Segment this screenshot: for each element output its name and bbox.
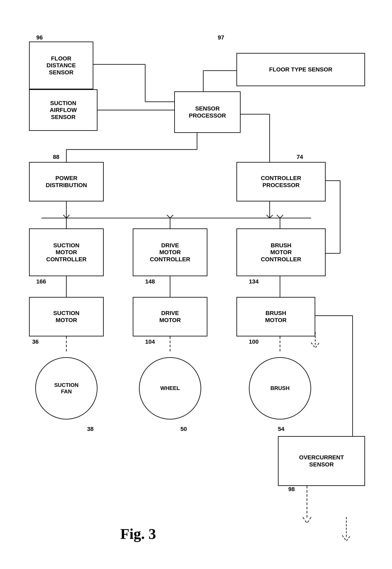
suction-motor-controller-label: SUCTIONMOTORCONTROLLER [46, 242, 86, 263]
drive-motor-controller-label: DRIVEMOTORCONTROLLER [150, 242, 190, 263]
drive-motor-label: DRIVEMOTOR [159, 310, 181, 324]
brush-motor-label: BRUSHMOTOR [265, 310, 287, 324]
floor-distance-sensor-box: FLOORDISTANCESENSOR [29, 42, 93, 89]
floor-type-sensor-label: FLOOR TYPE SENSOR [269, 66, 333, 73]
ref-38: 38 [87, 426, 94, 432]
ref-74: 74 [297, 154, 303, 160]
ref-88: 88 [53, 154, 59, 160]
floor-type-sensor-box: FLOOR TYPE SENSOR [237, 53, 365, 86]
wheel-label: WHEEL [160, 385, 180, 391]
suction-airflow-sensor-box: SUCTIONAIRFLOWSENSOR [29, 89, 98, 131]
suction-motor-controller-box: SUCTIONMOTORCONTROLLER [29, 228, 104, 276]
power-distribution-box: POWERDISTRIBUTION [29, 162, 104, 201]
diagram: 96 97 94 90 88 74 166 148 134 36 104 100… [0, 0, 392, 569]
dashed-arrow-brush [307, 332, 332, 357]
floor-distance-sensor-label: FLOORDISTANCESENSOR [46, 55, 76, 76]
overcurrent-sensor-box: OVERCURRENTSENSOR [278, 436, 365, 486]
controller-processor-box: CONTROLLERPROCESSOR [237, 162, 326, 201]
dashed-arrow-bottom [338, 517, 363, 550]
drive-motor-controller-box: DRIVEMOTORCONTROLLER [133, 228, 207, 276]
ref-98: 98 [288, 486, 295, 493]
wheel-circle: WHEEL [139, 357, 201, 419]
suction-fan-circle: SUCTIONFAN [35, 357, 98, 419]
sensor-processor-box: SENSORPROCESSOR [174, 91, 241, 133]
brush-circle: BRUSH [249, 357, 311, 419]
suction-motor-label: SUCTIONMOTOR [53, 310, 79, 324]
ref-134: 134 [249, 278, 259, 285]
ref-104: 104 [145, 339, 155, 345]
ref-166: 166 [36, 278, 46, 285]
brush-motor-box: BRUSHMOTOR [237, 297, 315, 336]
sensor-processor-label: SENSORPROCESSOR [189, 105, 226, 119]
ref-100: 100 [249, 339, 259, 345]
suction-airflow-sensor-label: SUCTIONAIRFLOWSENSOR [50, 100, 77, 121]
controller-processor-label: CONTROLLERPROCESSOR [261, 175, 301, 189]
figure-label: Fig. 3 [120, 525, 156, 543]
brush-motor-controller-label: BRUSHMOTORCONTROLLER [261, 242, 301, 263]
drive-motor-box: DRIVEMOTOR [133, 297, 207, 336]
ref-54: 54 [278, 426, 284, 432]
suction-fan-label: SUCTIONFAN [54, 382, 79, 395]
brush-motor-controller-box: BRUSHMOTORCONTROLLER [237, 228, 326, 276]
ref-97: 97 [218, 34, 224, 41]
power-distribution-label: POWERDISTRIBUTION [46, 175, 87, 189]
ref-50: 50 [181, 426, 187, 432]
ref-96: 96 [36, 34, 43, 41]
suction-motor-box: SUCTIONMOTOR [29, 297, 104, 336]
overcurrent-sensor-label: OVERCURRENTSENSOR [299, 454, 344, 468]
ref-36: 36 [32, 339, 39, 345]
ref-148: 148 [145, 278, 155, 285]
brush-label: BRUSH [270, 385, 290, 391]
figure-label-text: Fig. 3 [120, 525, 156, 542]
